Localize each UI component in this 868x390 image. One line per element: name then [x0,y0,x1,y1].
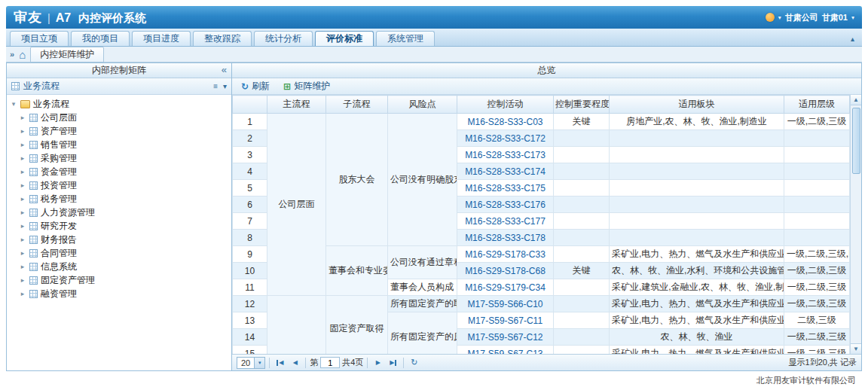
page-size-select[interactable]: 20 ▾ [237,357,265,369]
tree-expand-icon[interactable]: ▸ [19,209,26,216]
reload-grid-icon[interactable]: ↻ [408,357,420,369]
first-page-button[interactable]: ◀ [274,357,286,369]
table-cell: 二级,三级 [784,312,850,329]
process-node-icon [29,181,38,190]
table-cell: M17-S59-S67-C12 [457,329,554,346]
tree-root[interactable]: ▾ 业务流程 [8,97,230,111]
scroll-up-icon[interactable]: ▲ [851,95,861,105]
prev-page-button[interactable]: ◀ [289,357,301,369]
tree-item[interactable]: ▸税务管理 [8,192,230,206]
tree-item[interactable]: ▸信息系统 [8,260,230,273]
table-cell: M16-S29-S178-C68 [457,263,554,279]
column-header-2[interactable]: 主流程 [267,96,326,114]
column-header-3[interactable]: 子流程 [326,96,388,114]
table-cell [610,213,784,230]
tree-expand-icon[interactable]: ▸ [19,276,26,284]
tree-item[interactable]: ▸融资管理 [8,287,230,300]
page-number-input[interactable] [320,357,340,368]
nav-tab-3[interactable]: 项目进度 [132,31,191,46]
matrix-maintain-button[interactable]: ⊞ 矩阵维护 [277,78,336,94]
nav-tab-6[interactable]: 评价标准 [315,31,374,46]
tree-item[interactable]: ▸合同管理 [8,246,230,260]
tree-item[interactable]: ▸资金管理 [8,165,230,178]
tree-item[interactable]: ▸财务报告 [8,233,230,246]
last-page-button[interactable]: ▶ [387,357,399,369]
process-node-icon [29,249,38,257]
tree-expand-icon[interactable]: ▸ [19,168,26,175]
collapse-tabs-icon[interactable]: ▴ [847,35,858,46]
tree-expand-icon[interactable]: ▸ [19,222,26,230]
tree-menu-icon[interactable]: ≡ [213,82,218,90]
table-cell: 采矿业,电力、热力、燃气及水生产和供应业,房地产业,公共管理、社会保障和社会组 [610,296,784,312]
control-activity-link[interactable]: M16-S28-S33-C175 [465,183,546,193]
column-header-5[interactable]: 控制活动 [457,96,554,114]
control-activity-link[interactable]: M16-S28-S33-C172 [465,133,546,144]
tree-item-label: 人力资源管理 [41,206,95,219]
tree-expand-icon[interactable]: ▸ [19,249,26,257]
nav-tab-1[interactable]: 项目立项 [10,31,69,46]
table-cell: 关键 [554,114,610,130]
tree-filter-caret-icon[interactable]: ▾ [223,82,227,90]
control-activity-link[interactable]: M16-S29-S179-C34 [465,282,546,293]
tree-item[interactable]: ▸采购管理 [8,151,230,165]
tree-expand-icon[interactable]: ▸ [19,141,26,148]
tree-item-label: 采购管理 [41,152,77,165]
column-header-1[interactable] [233,96,267,114]
tree-collapse-icon[interactable]: ▾ [10,100,17,108]
tree-expand-icon[interactable]: ▸ [19,195,26,203]
control-activity-link[interactable]: M16-S29-S178-C33 [465,249,546,260]
tree-expand-icon[interactable]: ▸ [19,290,26,297]
tree-expand-icon[interactable]: ▸ [19,181,26,189]
table-cell [554,180,610,197]
column-header-7[interactable]: 适用板块 [610,96,784,114]
tree-item[interactable]: ▸研究开发 [8,219,230,233]
user-menu[interactable]: ▾ 甘肃公司 甘肃01 ▾ [766,12,854,23]
tree-expand-icon[interactable]: ▸ [19,263,26,270]
refresh-button[interactable]: ↻ 刷新 [235,78,276,94]
tree-item[interactable]: ▸固定资产管理 [8,273,230,287]
column-header-4[interactable]: 风险点 [388,96,457,114]
tree-item[interactable]: ▸公司层面 [8,111,230,124]
control-activity-link[interactable]: M16-S28-S33-C174 [465,166,546,177]
vertical-scrollbar[interactable]: ▲ ▼ [850,95,861,354]
tree-item[interactable]: ▸销售管理 [8,138,230,151]
table-cell [610,197,784,213]
next-page-button[interactable]: ▶ [371,357,384,369]
nav-tab-7[interactable]: 系统管理 [376,31,435,46]
control-activity-link[interactable]: M16-S28-S33-C173 [465,150,546,160]
column-header-8[interactable]: 适用层级 [784,96,850,114]
tree-item[interactable]: ▸资产管理 [8,124,230,138]
process-node-icon [29,276,38,285]
control-activity-link[interactable]: M16-S28-S33-C178 [465,233,546,243]
nav-tab-5[interactable]: 统计分析 [254,31,313,46]
tree-expand-icon[interactable]: ▸ [19,114,26,121]
tree-item[interactable]: ▸人力资源管理 [8,206,230,219]
control-activity-link[interactable]: M16-S29-S178-C68 [465,266,546,276]
control-activity-link[interactable]: M17-S59-S67-C12 [467,332,542,343]
table-cell: M16-S28-S33-C173 [457,147,554,163]
control-activity-link[interactable]: M17-S59-S67-C11 [468,315,542,326]
collapse-left-panel-icon[interactable]: « [222,64,227,75]
scrollbar-thumb[interactable] [852,108,860,174]
tree-item[interactable]: ▸投资管理 [8,178,230,192]
control-activity-link[interactable]: M16-S28-S33-C03 [467,117,542,127]
control-activity-link[interactable]: M17-S59-S66-C10 [467,299,542,309]
content-area: 内部控制矩阵 « 业务流程 ≡ ▾ ▾ 业务流程 ▸公司层面▸资产管理▸销售管理… [6,62,862,371]
breadcrumb-current[interactable]: 内控矩阵维护 [30,47,104,62]
table-cell [784,213,850,230]
tree-expand-icon[interactable]: ▸ [19,127,26,135]
control-activity-link[interactable]: M16-S28-S33-C177 [465,216,546,227]
tree-expand-icon[interactable]: ▸ [19,236,26,243]
tree-expand-icon[interactable]: ▸ [19,154,26,162]
expand-panel-icon[interactable]: » [10,50,14,59]
nav-tab-2[interactable]: 我的项目 [71,31,130,46]
home-icon[interactable]: ⌂ [19,49,26,60]
scroll-down-icon[interactable]: ▼ [851,343,861,354]
control-activity-link[interactable]: M17-S59-S67-C13 [467,349,542,355]
nav-tab-4[interactable]: 整改跟踪 [193,31,252,46]
control-activity-link[interactable]: M16-S28-S33-C176 [465,200,546,210]
table-cell: M16-S28-S33-C03 [457,114,554,130]
pagination-separator [403,358,404,368]
column-header-6[interactable]: 控制重要程度 [554,96,610,114]
table-cell [610,180,784,197]
